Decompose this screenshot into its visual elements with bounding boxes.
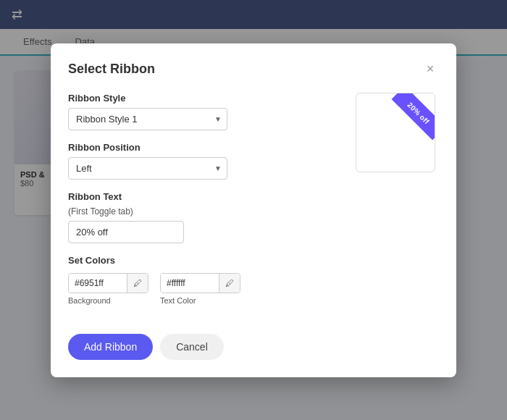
cancel-button[interactable]: Cancel xyxy=(160,334,224,360)
bg-color-input-row: 🖊 xyxy=(68,273,148,293)
ribbon-preview-box: 20% off xyxy=(356,93,435,172)
modal-body: Ribbon Style Ribbon Style 1 ▼ Ribbon Pos… xyxy=(68,93,439,316)
set-colors-group: Set Colors 🖊 Background xyxy=(68,255,338,305)
text-color-input[interactable] xyxy=(161,274,219,293)
ribbon-style-label: Ribbon Style xyxy=(68,93,338,104)
ribbon-text-sublabel: (First Toggle tab) xyxy=(68,206,338,217)
set-colors-label: Set Colors xyxy=(68,255,338,266)
bg-color-group: 🖊 Background xyxy=(68,273,148,305)
ribbon-style-group: Ribbon Style Ribbon Style 1 ▼ xyxy=(68,93,338,130)
ribbon-position-select-wrapper: Left ▼ xyxy=(68,157,227,180)
ribbon-corner: 20% off xyxy=(384,93,435,144)
modal-left: Ribbon Style Ribbon Style 1 ▼ Ribbon Pos… xyxy=(68,93,338,316)
select-ribbon-modal: Select Ribbon × Ribbon Style Ribbon Styl… xyxy=(51,43,456,377)
modal-right: 20% off xyxy=(352,93,439,316)
bg-color-picker-button[interactable]: 🖊 xyxy=(127,274,148,293)
ribbon-preview-text: 20% off xyxy=(406,100,431,125)
ribbon-style-select[interactable]: Ribbon Style 1 xyxy=(68,108,227,130)
ribbon-text-label: Ribbon Text xyxy=(68,191,338,202)
text-color-caption: Text Color xyxy=(160,296,196,305)
ribbon-style-select-wrapper: Ribbon Style 1 ▼ xyxy=(68,108,227,130)
colors-row: 🖊 Background 🖊 Text Color xyxy=(68,273,338,305)
add-ribbon-button[interactable]: Add Ribbon xyxy=(68,334,153,360)
bg-color-caption: Background xyxy=(68,296,111,305)
text-color-picker-button[interactable]: 🖊 xyxy=(219,274,240,293)
modal-title: Select Ribbon xyxy=(68,62,155,77)
text-color-group: 🖊 Text Color xyxy=(160,273,240,305)
modal-overlay: Select Ribbon × Ribbon Style Ribbon Styl… xyxy=(0,0,507,420)
modal-header: Select Ribbon × xyxy=(68,61,439,78)
ribbon-text-input[interactable] xyxy=(68,221,184,243)
ribbon-position-label: Ribbon Position xyxy=(68,142,338,153)
modal-footer: Add Ribbon Cancel xyxy=(68,334,439,360)
ribbon-text-group: Ribbon Text (First Toggle tab) xyxy=(68,191,338,243)
close-button[interactable]: × xyxy=(422,61,439,78)
ribbon-position-group: Ribbon Position Left ▼ xyxy=(68,142,338,180)
ribbon-position-select[interactable]: Left xyxy=(68,157,227,180)
ribbon-corner-inner: 20% off xyxy=(392,93,435,140)
bg-color-input[interactable] xyxy=(69,274,127,293)
text-color-input-row: 🖊 xyxy=(160,273,240,293)
